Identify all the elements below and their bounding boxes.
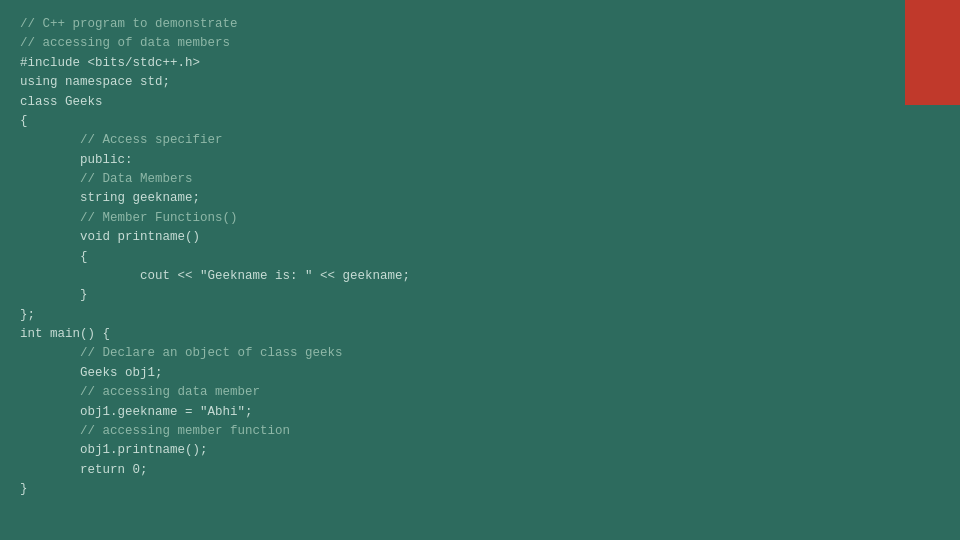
code-line-5: { — [20, 112, 940, 131]
code-line-2: #include <bits/stdc++.h> — [20, 54, 940, 73]
code-line-15: }; — [20, 306, 940, 325]
code-line-22: obj1.printname(); — [20, 441, 940, 460]
code-block: // C++ program to demonstrate// accessin… — [20, 15, 940, 499]
code-line-4: class Geeks — [20, 93, 940, 112]
code-line-19: // accessing data member — [20, 383, 940, 402]
code-line-12: { — [20, 248, 940, 267]
code-line-17: // Declare an object of class geeks — [20, 344, 940, 363]
code-line-23: return 0; — [20, 461, 940, 480]
code-line-20: obj1.geekname = "Abhi"; — [20, 403, 940, 422]
code-line-13: cout << "Geekname is: " << geekname; — [20, 267, 940, 286]
code-line-6: // Access specifier — [20, 131, 940, 150]
code-line-16: int main() { — [20, 325, 940, 344]
code-line-1: // accessing of data members — [20, 34, 940, 53]
code-line-11: void printname() — [20, 228, 940, 247]
code-line-7: public: — [20, 151, 940, 170]
main-container: // C++ program to demonstrate// accessin… — [0, 0, 960, 540]
red-decorative-block — [905, 0, 960, 105]
code-line-8: // Data Members — [20, 170, 940, 189]
code-line-24: } — [20, 480, 940, 499]
code-line-21: // accessing member function — [20, 422, 940, 441]
code-line-0: // C++ program to demonstrate — [20, 15, 940, 34]
code-line-14: } — [20, 286, 940, 305]
code-line-3: using namespace std; — [20, 73, 940, 92]
code-line-9: string geekname; — [20, 189, 940, 208]
code-line-18: Geeks obj1; — [20, 364, 940, 383]
code-line-10: // Member Functions() — [20, 209, 940, 228]
